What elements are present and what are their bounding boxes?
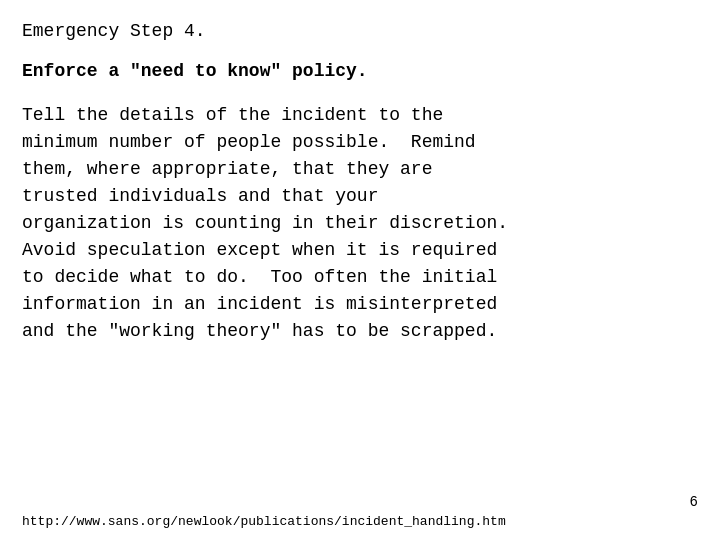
page-subtitle: Enforce a "need to know" policy. [22,58,698,84]
page-title: Emergency Step 4. [22,18,698,44]
footer-url: http://www.sans.org/newlook/publications… [22,513,506,532]
page-content: Emergency Step 4. Enforce a "need to kno… [0,0,720,385]
page-body: Tell the details of the incident to the … [22,102,698,345]
page-footer: http://www.sans.org/newlook/publications… [0,513,720,532]
page-number: 6 [690,492,698,512]
